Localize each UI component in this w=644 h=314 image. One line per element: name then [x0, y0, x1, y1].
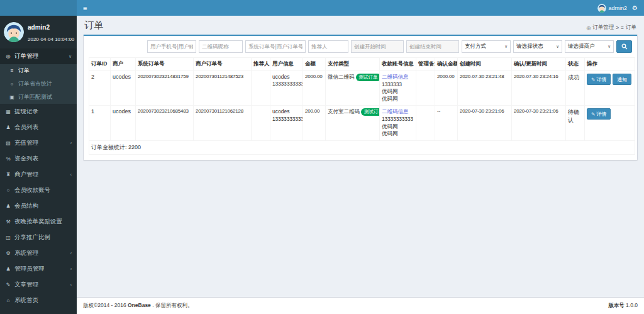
sidebar-item-member-payment-accounts[interactable]: ○ 会员收款账号 [0, 182, 77, 198]
chevron-left-icon: ‹ [70, 267, 72, 271]
percent-icon: % [5, 156, 11, 162]
sidebar-item-order-province-stats[interactable]: ○ 订单省市统计 [0, 77, 77, 91]
cell-admin-note [416, 106, 435, 140]
account-line: 1333333 [382, 81, 414, 88]
sidebar-item-label: 夜晚抢单奖励设置 [14, 218, 72, 226]
chevron-down-icon: ∨ [504, 44, 508, 49]
sidebar-item-label: 订单 [18, 67, 72, 75]
sidebar-item-system-home[interactable]: ⌂ 系统首页 [0, 293, 77, 308]
cell-amount: 200.00 [303, 106, 326, 140]
cell-merchant: ucodes [111, 71, 136, 106]
users-icon: ♟ [5, 266, 11, 272]
col-update-time: 确认/更新时间 [512, 58, 566, 71]
sidebar-login-time: 2020-04-04 10:04:00 [28, 36, 74, 42]
col-actions: 操作 [585, 58, 635, 71]
test-order-badge: 测试订单 [356, 74, 380, 81]
table-icon: ▦ [5, 109, 11, 115]
sidebar-item-share-promotion-ratio[interactable]: ◫ 分享推广比例 [0, 230, 77, 245]
avatar [4, 22, 24, 42]
chevron-left-icon: ‹ [70, 172, 72, 177]
sidebar-item-label: 会员列表 [14, 123, 72, 132]
sidebar-item-member-structure[interactable]: ♟ 会员结构 [0, 198, 77, 214]
search-button[interactable] [616, 40, 632, 53]
col-amount: 金额 [303, 58, 326, 71]
merchant-select[interactable]: 请选择商户 ∨ [565, 40, 614, 53]
cell-actions: ✎详情 通知 [585, 71, 635, 106]
breadcrumb-parent[interactable]: 订单管理 [592, 24, 614, 31]
sidebar-item-system-management[interactable]: ⚙ 系统管理 ‹ [0, 245, 77, 261]
cell-create-time: 2020-07-30 23:21:06 [458, 106, 512, 140]
cell-merchant-order-no: 202007301121062128 [194, 106, 252, 140]
create-end-time-input[interactable] [406, 40, 459, 53]
cell-pay-type: 支付宝二维码测试订单 [326, 106, 380, 140]
breadcrumb-current: 订单 [626, 24, 636, 31]
detail-button[interactable]: ✎详情 [587, 74, 611, 85]
cell-referrer [252, 71, 270, 106]
sidebar-item-withdraw-records[interactable]: ▦ 提现记录 [0, 104, 77, 120]
cell-confirm-amount: -- [435, 106, 458, 140]
pay-type-text: 微信二维码 [328, 74, 355, 80]
users-icon: ♟ [5, 203, 11, 209]
sidebar-menu: ◎ 订单管理 ∨ ≡ 订单 ○ 订单省市统计 ▣ 订单匹配测试 ▦ [0, 48, 77, 314]
topbar-user-menu[interactable]: admin2 [597, 4, 628, 13]
qrcode-info-link[interactable]: 二维码信息 [382, 108, 414, 116]
sidebar-item-merchant-management[interactable]: ♜ 商户管理 ‹ [0, 167, 77, 182]
hamburger-icon[interactable]: ≡ [83, 4, 87, 12]
topbar: ≡ admin2 ⚙ [77, 0, 644, 16]
edit-icon: ✎ [591, 77, 595, 82]
logo-area [0, 0, 77, 16]
sidebar-item-label: 管理员管理 [14, 265, 67, 273]
sidebar-item-article-management[interactable]: ✎ 文章管理 ‹ [0, 277, 77, 293]
qrcode-name-input[interactable] [199, 40, 243, 53]
summary-value: 2200 [128, 144, 141, 150]
notify-button[interactable]: 通知 [613, 74, 631, 85]
sidebar-item-label: 系统首页 [14, 296, 72, 305]
sidebar-item-label: 订单管理 [14, 52, 65, 60]
gear-icon[interactable]: ⚙ [632, 4, 638, 11]
user-phone: 13333333333 [272, 116, 301, 123]
version: 版本号 1.0.0 [608, 302, 638, 310]
sidebar-item-night-grab-reward-settings[interactable]: ⚒ 夜晚抢单奖励设置 [0, 214, 77, 230]
detail-button[interactable]: ✎详情 [587, 108, 611, 120]
qrcode-info-link[interactable]: 二维码信息 [382, 74, 414, 81]
sidebar-item-admin-management[interactable]: ♟ 管理员管理 ‹ [0, 261, 77, 277]
sidebar-item-label: 资金列表 [14, 155, 72, 163]
breadcrumb: ◎ 订单管理 > ≡ 订单 [586, 24, 636, 31]
copyright-prefix: 版权©2014 - 2016 [83, 302, 128, 308]
sidebar-user-meta: admin2 2020-04-04 10:04:00 [28, 21, 74, 43]
sidebar-item-order-match-test[interactable]: ▣ 订单匹配测试 [0, 91, 77, 104]
cell-merchant-order-no: 202007301121487523 [194, 71, 252, 106]
cell-update-time: 2020-07-30 23:21:06 [512, 106, 566, 140]
referrer-input[interactable] [308, 40, 348, 53]
cell-actions: ✎详情 [585, 106, 635, 140]
col-account-info: 收款账号信息 [380, 58, 416, 71]
sidebar-item-recharge-management[interactable]: ▧ 充值管理 ‹ [0, 135, 77, 151]
sidebar-item-orders[interactable]: ≡ 订单 [0, 64, 77, 77]
summary-label: 订单金额统计: [91, 144, 127, 150]
pay-type-select[interactable]: 支付方式 ∨ [462, 40, 511, 53]
order-no-input[interactable] [245, 40, 306, 53]
order-amount-summary: 订单金额统计: 2200 [89, 140, 635, 154]
sidebar-item-label: 商户管理 [14, 171, 67, 179]
status-select-value: 请选择状态 [516, 43, 543, 50]
col-pay-type: 支付类型 [326, 58, 380, 71]
table-row: 2 ucodes 2020073023214831759 20200730112… [89, 71, 635, 106]
user-phone-input[interactable] [147, 40, 196, 53]
cell-update-time: 2020-07-30 23:24:16 [512, 71, 566, 106]
topbar-right: admin2 ⚙ [597, 4, 638, 13]
sidebar-item-member-list[interactable]: ♟ 会员列表 [0, 120, 77, 135]
cell-sys-order-no: 2020073023210685483 [136, 106, 194, 140]
sidebar-item-funds-list[interactable]: % 资金列表 [0, 151, 77, 167]
detail-button-label: 详情 [596, 76, 606, 83]
account-line: 13333333333 [382, 116, 414, 123]
create-start-time-input[interactable] [351, 40, 404, 53]
col-merchant-order-no: 商户订单号 [194, 58, 252, 71]
col-status: 状态 [566, 58, 585, 71]
account-line: 优码网 [382, 96, 414, 103]
chevron-down-icon: ∨ [69, 54, 72, 59]
status-select[interactable]: 请选择状态 ∨ [513, 40, 562, 53]
sidebar-item-order-management[interactable]: ◎ 订单管理 ∨ [0, 48, 77, 64]
sidebar-item-label: 系统管理 [14, 249, 67, 257]
orders-table: 订单ID 商户 系统订单号 商户订单号 推荐人 用户信息 金额 支付类型 收款账… [89, 57, 635, 155]
cell-merchant: ucodes [111, 106, 136, 140]
